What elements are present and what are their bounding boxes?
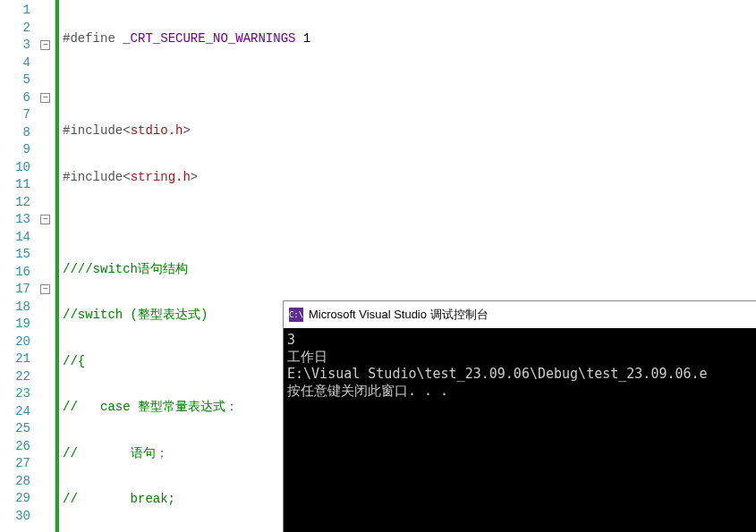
line-number[interactable]: 15 [0, 246, 38, 264]
console-line: 工作日 [287, 349, 327, 365]
line-number[interactable]: 17 [0, 281, 38, 299]
comment: // 语句； [63, 446, 168, 460]
fold-cell [38, 194, 55, 212]
line-number[interactable]: 30 [0, 508, 38, 526]
code-line[interactable] [63, 77, 756, 95]
line-number[interactable]: 20 [0, 334, 38, 351]
line-number[interactable]: 12 [0, 194, 38, 212]
line-number[interactable]: 4 [0, 55, 38, 72]
fold-toggle-icon[interactable]: − [40, 215, 50, 224]
fold-cell [38, 264, 55, 282]
fold-cell [38, 229, 55, 247]
line-number[interactable]: 3 [0, 37, 38, 55]
line-number[interactable]: 14 [0, 229, 38, 247]
fold-cell [38, 141, 55, 159]
fold-cell [38, 246, 55, 264]
line-number[interactable]: 9 [0, 141, 38, 159]
fold-cell [38, 420, 55, 438]
line-number[interactable]: 16 [0, 264, 38, 282]
line-number[interactable]: 2 [0, 20, 38, 38]
fold-cell [38, 159, 55, 177]
line-number[interactable]: 18 [0, 299, 38, 317]
code-line[interactable] [63, 215, 756, 232]
directive: #define [63, 31, 115, 46]
console-line: E:\Visual Studio\test_23.09.06\Debug\tes… [287, 366, 708, 382]
comment: // break; [63, 492, 175, 506]
fold-cell [38, 403, 55, 421]
line-number[interactable]: 24 [0, 403, 38, 421]
debug-console-window[interactable]: C:\ Microsoft Visual Studio 调试控制台 3 工作日 … [284, 301, 756, 532]
fold-cell [38, 334, 55, 351]
line-number[interactable]: 6 [0, 89, 38, 107]
fold-cell: − [38, 281, 55, 299]
console-app-icon: C:\ [289, 308, 303, 322]
line-number-gutter: 1234567891011121314151617181920212223242… [0, 0, 38, 532]
code-line[interactable]: #include<string.h> [63, 169, 756, 187]
fold-cell [38, 455, 55, 473]
line-number[interactable]: 23 [0, 385, 38, 403]
fold-cell [38, 72, 55, 89]
fold-cell [38, 368, 55, 386]
fold-cell [38, 55, 55, 72]
fold-toggle-icon[interactable]: − [40, 40, 50, 50]
fold-cell [38, 20, 55, 38]
comment: //{ [63, 354, 85, 368]
console-title-text: Microsoft Visual Studio 调试控制台 [309, 307, 488, 323]
line-number[interactable]: 5 [0, 72, 38, 89]
fold-cell: − [38, 89, 55, 107]
line-number[interactable]: 11 [0, 176, 38, 194]
fold-cell [38, 124, 55, 142]
line-number[interactable]: 27 [0, 455, 38, 473]
console-titlebar[interactable]: C:\ Microsoft Visual Studio 调试控制台 [284, 301, 756, 328]
line-number[interactable]: 8 [0, 124, 38, 142]
console-line: 按任意键关闭此窗口. . . [287, 383, 448, 399]
fold-cell [38, 106, 55, 124]
fold-cell [38, 385, 55, 403]
fold-column: −−−− [38, 0, 55, 532]
line-number[interactable]: 25 [0, 420, 38, 438]
fold-cell: − [38, 37, 55, 55]
line-number[interactable]: 1 [0, 2, 38, 20]
console-line: 3 [287, 332, 295, 348]
line-number[interactable]: 7 [0, 106, 38, 124]
fold-cell [38, 508, 55, 526]
comment: // case 整型常量表达式： [63, 400, 238, 414]
line-number[interactable]: 13 [0, 211, 38, 229]
console-output[interactable]: 3 工作日 E:\Visual Studio\test_23.09.06\Deb… [284, 328, 756, 403]
fold-cell [38, 316, 55, 334]
header-name: stdio.h [131, 123, 183, 138]
code-line[interactable]: #define _CRT_SECURE_NO_WARNINGS 1 [63, 30, 756, 48]
code-line[interactable]: ////switch语句结构 [63, 261, 756, 279]
comment: //switch (整型表达式) [63, 308, 208, 322]
code-line[interactable]: #include<stdio.h> [63, 122, 756, 140]
line-number[interactable]: 19 [0, 316, 38, 334]
directive: #include [63, 123, 123, 138]
fold-cell: − [38, 211, 55, 229]
fold-cell [38, 490, 55, 508]
macro-value: 1 [303, 31, 310, 46]
line-number[interactable]: 21 [0, 350, 38, 368]
directive: #include [63, 170, 123, 184]
fold-cell [38, 176, 55, 194]
fold-toggle-icon[interactable]: − [40, 93, 50, 103]
line-number[interactable]: 22 [0, 368, 38, 386]
fold-cell [38, 473, 55, 491]
fold-toggle-icon[interactable]: − [40, 284, 50, 294]
macro-symbol: _CRT_SECURE_NO_WARNINGS [123, 31, 295, 46]
fold-cell [38, 438, 55, 456]
comment: ////switch语句结构 [63, 262, 188, 276]
header-name: string.h [131, 170, 191, 184]
fold-cell [38, 299, 55, 317]
line-number[interactable]: 10 [0, 159, 38, 177]
fold-cell [38, 350, 55, 368]
line-number[interactable]: 29 [0, 490, 38, 508]
line-number[interactable]: 26 [0, 438, 38, 456]
line-number[interactable]: 28 [0, 473, 38, 491]
fold-cell [38, 2, 55, 20]
